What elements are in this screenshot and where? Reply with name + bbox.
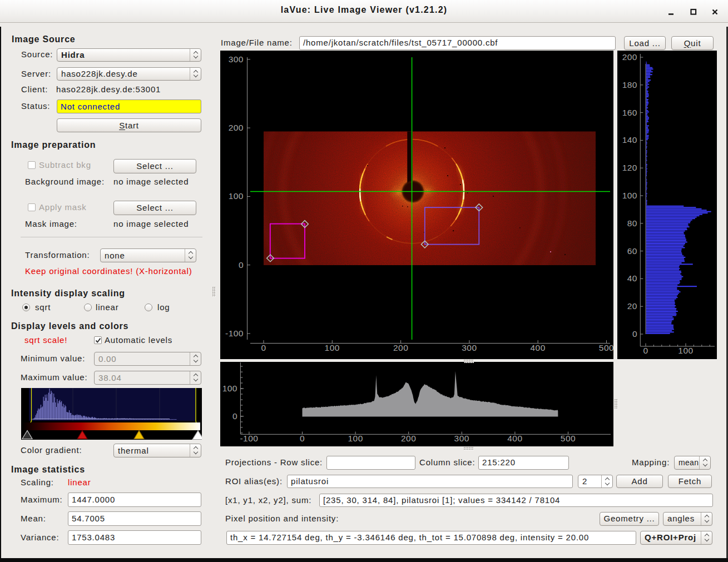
svg-text:200: 200 xyxy=(622,52,637,62)
svg-text:0: 0 xyxy=(232,411,237,421)
svg-text:0: 0 xyxy=(300,434,305,443)
svg-text:400: 400 xyxy=(531,343,546,352)
svg-text:60: 60 xyxy=(627,246,637,256)
svg-text:120: 120 xyxy=(622,163,637,172)
svg-text:100: 100 xyxy=(325,343,340,352)
svg-text:200: 200 xyxy=(393,343,408,352)
svg-text:300: 300 xyxy=(462,343,477,352)
svg-text:-100: -100 xyxy=(225,329,244,338)
svg-text:200: 200 xyxy=(401,434,416,443)
svg-text:40: 40 xyxy=(627,273,637,283)
svg-text:0: 0 xyxy=(643,346,648,355)
svg-text:500: 500 xyxy=(599,343,613,352)
svg-text:300: 300 xyxy=(454,434,469,443)
svg-text:200: 200 xyxy=(229,123,244,132)
svg-text:80: 80 xyxy=(627,218,637,228)
svg-text:500: 500 xyxy=(561,434,576,443)
svg-text:160: 160 xyxy=(622,108,637,117)
svg-text:100: 100 xyxy=(348,434,363,443)
svg-text:300: 300 xyxy=(229,54,244,64)
svg-text:100: 100 xyxy=(229,191,244,201)
svg-text:20: 20 xyxy=(627,301,637,311)
svg-text:100: 100 xyxy=(678,346,693,355)
svg-text:100: 100 xyxy=(222,384,237,393)
svg-text:140: 140 xyxy=(622,135,637,145)
svg-text:0: 0 xyxy=(261,343,266,352)
svg-text:100: 100 xyxy=(622,191,637,200)
svg-text:0: 0 xyxy=(239,260,244,270)
svg-text:-100: -100 xyxy=(240,434,258,443)
svg-text:400: 400 xyxy=(507,434,522,443)
svg-text:180: 180 xyxy=(622,80,637,89)
svg-text:0: 0 xyxy=(632,329,637,339)
